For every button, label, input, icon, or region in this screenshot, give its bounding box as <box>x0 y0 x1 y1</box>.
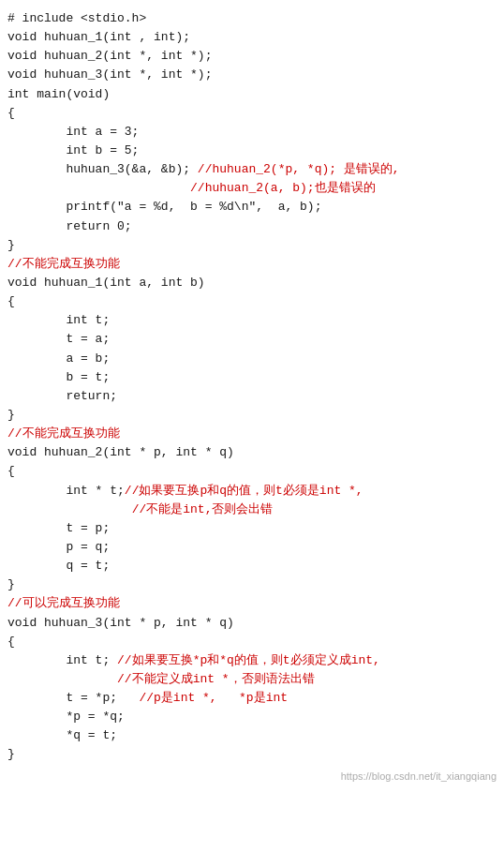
code-line: t = a; <box>7 330 497 349</box>
code-display: # include <stdio.h>void huhuan_1(int , i… <box>7 9 497 765</box>
code-line: *p = *q; <box>7 708 497 726</box>
code-line: int t; <box>7 311 497 330</box>
code-line: //不能是int,否则会出错 <box>7 501 497 519</box>
code-line: void huhuan_1(int , int); <box>7 28 497 47</box>
code-line: return; <box>7 387 497 406</box>
code-line: } <box>7 745 497 764</box>
code-line: int * t;//如果要互换p和q的值，则t必须是int *, <box>7 482 497 501</box>
code-line: int t; //如果要互换*p和*q的值，则t必须定义成int, <box>7 651 497 670</box>
code-line: void huhuan_3(int * p, int * q) <box>7 614 497 633</box>
code-line: # include <stdio.h> <box>7 9 497 28</box>
code-line: } <box>7 406 497 425</box>
code-line: //huhuan_2(a, b);也是错误的 <box>7 179 497 198</box>
code-line: void huhuan_3(int *, int *); <box>7 66 497 84</box>
code-line: int b = 5; <box>7 142 497 160</box>
code-line: b = t; <box>7 368 497 387</box>
code-line: //不能定义成int *，否则语法出错 <box>7 670 497 689</box>
code-line: int main(void) <box>7 85 497 104</box>
code-line: int a = 3; <box>7 123 497 142</box>
code-line: *q = t; <box>7 726 497 745</box>
code-line: void huhuan_2(int * p, int * q) <box>7 443 497 462</box>
code-line: q = t; <box>7 557 497 576</box>
code-line: { <box>7 292 497 311</box>
code-line: } <box>7 576 497 594</box>
code-line: t = *p; //p是int *, *p是int <box>7 689 497 708</box>
code-line: printf("a = %d, b = %d\n", a, b); <box>7 198 497 217</box>
code-line: //不能完成互换功能 <box>7 425 497 443</box>
code-line: t = p; <box>7 519 497 538</box>
code-line: huhuan_3(&a, &b); //huhuan_2(*p, *q); 是错… <box>7 160 497 179</box>
code-line: //可以完成互换功能 <box>7 594 497 613</box>
code-line: return 0; <box>7 217 497 236</box>
code-line: } <box>7 236 497 255</box>
code-line: void huhuan_1(int a, int b) <box>7 274 497 292</box>
code-line: { <box>7 104 497 123</box>
code-line: p = q; <box>7 538 497 557</box>
code-line: a = b; <box>7 350 497 368</box>
code-line: void huhuan_2(int *, int *); <box>7 47 497 66</box>
code-line: { <box>7 633 497 651</box>
watermark: https://blog.csdn.net/it_xiangqiang <box>7 769 497 785</box>
code-line: { <box>7 462 497 481</box>
code-line: //不能完成互换功能 <box>7 255 497 274</box>
